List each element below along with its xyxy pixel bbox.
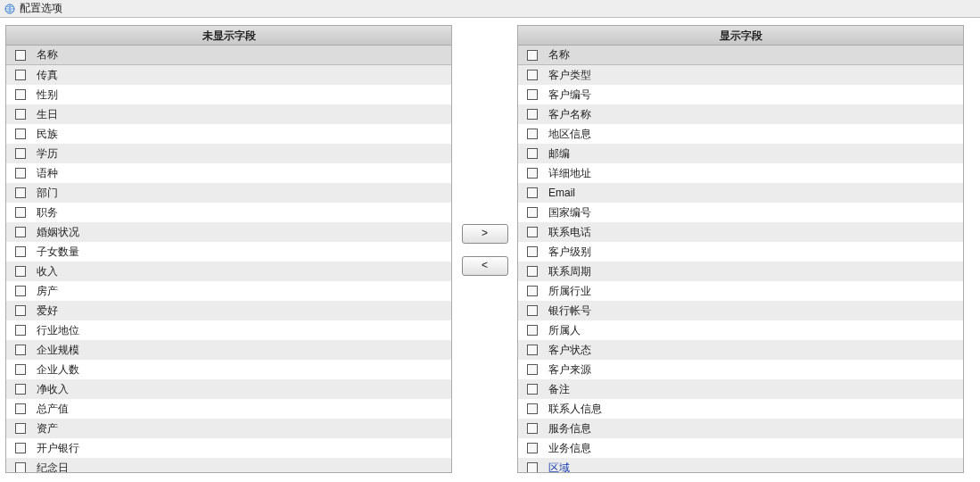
row-checkbox[interactable] xyxy=(15,148,26,159)
list-item[interactable]: 区域 xyxy=(518,458,963,473)
list-item[interactable]: 客户状态 xyxy=(518,340,963,360)
row-checkbox[interactable] xyxy=(15,305,26,316)
row-label: 客户来源 xyxy=(543,362,959,378)
list-item[interactable]: 爱好 xyxy=(6,301,451,320)
row-checkbox[interactable] xyxy=(527,109,538,120)
list-item[interactable]: 银行帐号 xyxy=(518,301,963,320)
list-item[interactable]: 职务 xyxy=(6,203,451,222)
list-item[interactable]: 开户银行 xyxy=(6,438,451,458)
list-item[interactable]: 企业人数 xyxy=(6,360,451,379)
row-checkbox[interactable] xyxy=(527,384,538,395)
list-item[interactable]: 客户编号 xyxy=(518,85,963,104)
row-checkbox[interactable] xyxy=(15,345,26,355)
list-item[interactable]: 详细地址 xyxy=(518,163,963,183)
list-item[interactable]: 语种 xyxy=(6,163,451,183)
list-item[interactable]: 性别 xyxy=(6,85,451,104)
row-checkbox[interactable] xyxy=(15,443,26,453)
list-item[interactable]: 所属行业 xyxy=(518,281,963,301)
list-item[interactable]: 服务信息 xyxy=(518,419,963,438)
row-checkbox[interactable] xyxy=(15,207,26,218)
move-right-button[interactable]: > xyxy=(462,224,508,244)
checkbox-cell xyxy=(522,168,543,179)
list-item[interactable]: 收入 xyxy=(6,262,451,281)
list-item[interactable]: Email xyxy=(518,183,963,203)
list-item[interactable]: 企业规模 xyxy=(6,340,451,360)
row-label: 学历 xyxy=(31,146,448,162)
list-item[interactable]: 净收入 xyxy=(6,379,451,399)
row-checkbox[interactable] xyxy=(15,89,26,100)
row-checkbox[interactable] xyxy=(15,423,26,434)
row-checkbox[interactable] xyxy=(15,227,26,237)
row-checkbox[interactable] xyxy=(527,423,538,434)
checkbox-cell xyxy=(10,423,31,434)
list-item[interactable]: 客户级别 xyxy=(518,242,963,262)
list-item[interactable]: 地区信息 xyxy=(518,124,963,144)
row-checkbox[interactable] xyxy=(15,286,26,296)
row-checkbox[interactable] xyxy=(15,246,26,257)
row-checkbox[interactable] xyxy=(527,286,538,296)
list-item[interactable]: 邮编 xyxy=(518,144,963,163)
row-checkbox[interactable] xyxy=(527,266,538,277)
checkbox-cell xyxy=(522,207,543,218)
row-checkbox[interactable] xyxy=(15,70,26,80)
list-item[interactable]: 业务信息 xyxy=(518,438,963,458)
row-checkbox[interactable] xyxy=(527,129,538,139)
row-checkbox[interactable] xyxy=(15,403,26,414)
row-label: 部门 xyxy=(31,186,448,201)
list-item[interactable]: 传真 xyxy=(6,65,451,85)
row-checkbox[interactable] xyxy=(15,129,26,139)
row-checkbox[interactable] xyxy=(527,305,538,316)
row-checkbox[interactable] xyxy=(527,246,538,257)
list-item[interactable]: 所属人 xyxy=(518,320,963,340)
list-item[interactable]: 行业地位 xyxy=(6,320,451,340)
row-checkbox[interactable] xyxy=(15,109,26,120)
list-item[interactable]: 资产 xyxy=(6,419,451,438)
row-checkbox[interactable] xyxy=(527,207,538,218)
list-item[interactable]: 客户名称 xyxy=(518,104,963,124)
row-checkbox[interactable] xyxy=(527,443,538,453)
app-root: 配置选项 未显示字段 名称传真性别生日民族学历语种部门职务婚姻状况子女数量收入房… xyxy=(0,0,980,482)
list-item[interactable]: 婚姻状况 xyxy=(6,222,451,242)
list-item[interactable]: 客户来源 xyxy=(518,360,963,379)
list-item[interactable]: 部门 xyxy=(6,183,451,203)
select-all-checkbox[interactable] xyxy=(15,50,26,61)
row-checkbox[interactable] xyxy=(527,403,538,414)
row-checkbox[interactable] xyxy=(15,325,26,336)
row-label: 服务信息 xyxy=(543,421,959,436)
list-item[interactable]: 房产 xyxy=(6,281,451,301)
list-item[interactable]: 纪念日 xyxy=(6,458,451,473)
row-checkbox[interactable] xyxy=(15,266,26,277)
list-item[interactable]: 联系人信息 xyxy=(518,399,963,419)
row-checkbox[interactable] xyxy=(527,89,538,100)
move-left-button[interactable]: < xyxy=(462,256,508,276)
row-checkbox[interactable] xyxy=(15,187,26,198)
list-item[interactable]: 学历 xyxy=(6,144,451,163)
row-checkbox[interactable] xyxy=(527,345,538,355)
list-item[interactable]: 生日 xyxy=(6,104,451,124)
select-all-checkbox[interactable] xyxy=(527,50,538,61)
row-checkbox[interactable] xyxy=(527,325,538,336)
row-label[interactable]: 区域 xyxy=(543,461,959,474)
list-item[interactable]: 民族 xyxy=(6,124,451,144)
row-checkbox[interactable] xyxy=(527,168,538,179)
row-checkbox[interactable] xyxy=(15,364,26,375)
list-item[interactable]: 联系电话 xyxy=(518,222,963,242)
list-item[interactable]: 联系周期 xyxy=(518,262,963,281)
left-list[interactable]: 名称传真性别生日民族学历语种部门职务婚姻状况子女数量收入房产爱好行业地位企业规模… xyxy=(5,45,452,473)
list-item[interactable]: 总产值 xyxy=(6,399,451,419)
list-item[interactable]: 备注 xyxy=(518,379,963,399)
row-checkbox[interactable] xyxy=(527,364,538,375)
list-item[interactable]: 国家编号 xyxy=(518,203,963,222)
row-checkbox[interactable] xyxy=(15,462,26,473)
right-list[interactable]: 名称客户类型客户编号客户名称地区信息邮编详细地址Email国家编号联系电话客户级… xyxy=(517,45,964,473)
row-checkbox[interactable] xyxy=(527,148,538,159)
list-item[interactable]: 子女数量 xyxy=(6,242,451,262)
row-checkbox[interactable] xyxy=(15,384,26,395)
row-checkbox[interactable] xyxy=(527,187,538,198)
row-checkbox[interactable] xyxy=(527,462,538,473)
window-title: 配置选项 xyxy=(20,1,62,16)
row-checkbox[interactable] xyxy=(527,227,538,237)
row-checkbox[interactable] xyxy=(527,70,538,80)
list-item[interactable]: 客户类型 xyxy=(518,65,963,85)
row-checkbox[interactable] xyxy=(15,168,26,179)
